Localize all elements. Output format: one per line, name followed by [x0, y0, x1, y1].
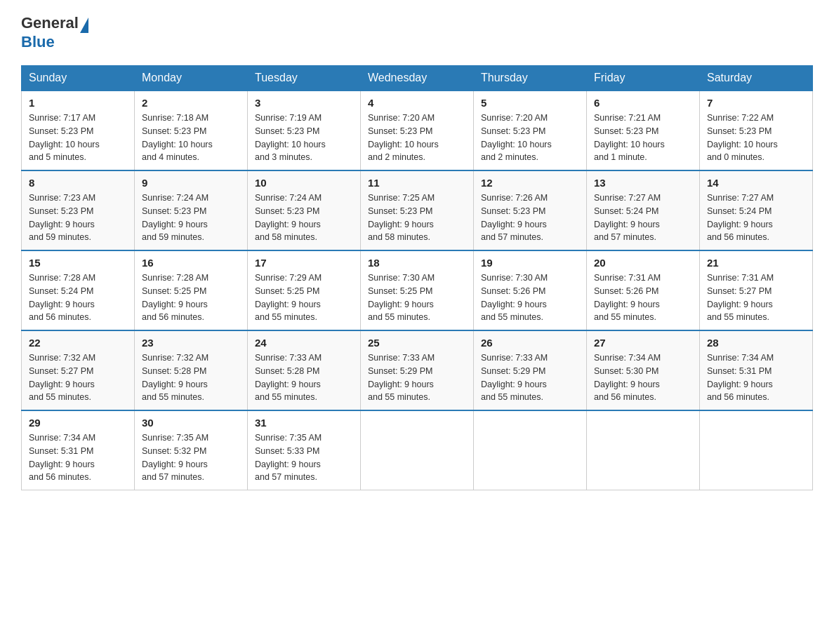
- calendar-cell: 2Sunrise: 7:18 AMSunset: 5:23 PMDaylight…: [135, 90, 248, 170]
- day-info: Sunrise: 7:19 AMSunset: 5:23 PMDaylight:…: [255, 113, 326, 162]
- day-number: 7: [707, 97, 805, 109]
- day-number: 19: [481, 257, 579, 269]
- calendar-cell: 28Sunrise: 7:34 AMSunset: 5:31 PMDayligh…: [700, 330, 813, 410]
- logo-text-general: General: [21, 14, 79, 32]
- calendar-cell: 30Sunrise: 7:35 AMSunset: 5:32 PMDayligh…: [135, 410, 248, 490]
- logo: General Blue: [21, 14, 88, 51]
- day-info: Sunrise: 7:27 AMSunset: 5:24 PMDaylight:…: [594, 193, 661, 242]
- day-info: Sunrise: 7:23 AMSunset: 5:23 PMDaylight:…: [29, 193, 95, 242]
- day-number: 26: [481, 337, 579, 349]
- day-info: Sunrise: 7:30 AMSunset: 5:26 PMDaylight:…: [481, 273, 548, 322]
- day-info: Sunrise: 7:20 AMSunset: 5:23 PMDaylight:…: [368, 113, 439, 162]
- day-info: Sunrise: 7:35 AMSunset: 5:33 PMDaylight:…: [255, 433, 322, 482]
- calendar-cell: 27Sunrise: 7:34 AMSunset: 5:30 PMDayligh…: [587, 330, 700, 410]
- calendar-table: SundayMondayTuesdayWednesdayThursdayFrid…: [21, 65, 813, 490]
- day-info: Sunrise: 7:18 AMSunset: 5:23 PMDaylight:…: [142, 113, 213, 162]
- calendar-cell: [587, 410, 700, 490]
- calendar-cell: [474, 410, 587, 490]
- day-number: 20: [594, 257, 692, 269]
- week-row-3: 15Sunrise: 7:28 AMSunset: 5:24 PMDayligh…: [22, 250, 813, 330]
- calendar-cell: 14Sunrise: 7:27 AMSunset: 5:24 PMDayligh…: [700, 170, 813, 250]
- day-header-saturday: Saturday: [700, 66, 813, 91]
- calendar-cell: 11Sunrise: 7:25 AMSunset: 5:23 PMDayligh…: [361, 170, 474, 250]
- day-info: Sunrise: 7:33 AMSunset: 5:29 PMDaylight:…: [481, 353, 548, 402]
- calendar-cell: 25Sunrise: 7:33 AMSunset: 5:29 PMDayligh…: [361, 330, 474, 410]
- day-info: Sunrise: 7:24 AMSunset: 5:23 PMDaylight:…: [142, 193, 208, 242]
- logo-triangle-icon: [80, 18, 88, 33]
- day-number: 13: [594, 177, 692, 189]
- day-number: 8: [29, 177, 127, 189]
- week-row-2: 8Sunrise: 7:23 AMSunset: 5:23 PMDaylight…: [22, 170, 813, 250]
- calendar-cell: 19Sunrise: 7:30 AMSunset: 5:26 PMDayligh…: [474, 250, 587, 330]
- day-info: Sunrise: 7:24 AMSunset: 5:23 PMDaylight:…: [255, 193, 322, 242]
- calendar-cell: 20Sunrise: 7:31 AMSunset: 5:26 PMDayligh…: [587, 250, 700, 330]
- day-number: 4: [368, 97, 466, 109]
- day-number: 21: [707, 257, 805, 269]
- day-info: Sunrise: 7:27 AMSunset: 5:24 PMDaylight:…: [707, 193, 774, 242]
- calendar-cell: 6Sunrise: 7:21 AMSunset: 5:23 PMDaylight…: [587, 90, 700, 170]
- day-number: 5: [481, 97, 579, 109]
- calendar-cell: 26Sunrise: 7:33 AMSunset: 5:29 PMDayligh…: [474, 330, 587, 410]
- day-number: 9: [142, 177, 240, 189]
- day-info: Sunrise: 7:21 AMSunset: 5:23 PMDaylight:…: [594, 113, 665, 162]
- calendar-cell: 12Sunrise: 7:26 AMSunset: 5:23 PMDayligh…: [474, 170, 587, 250]
- day-info: Sunrise: 7:34 AMSunset: 5:30 PMDaylight:…: [594, 353, 661, 402]
- day-info: Sunrise: 7:32 AMSunset: 5:28 PMDaylight:…: [142, 353, 208, 402]
- calendar-cell: 1Sunrise: 7:17 AMSunset: 5:23 PMDaylight…: [22, 90, 135, 170]
- day-number: 23: [142, 337, 240, 349]
- calendar-cell: 17Sunrise: 7:29 AMSunset: 5:25 PMDayligh…: [248, 250, 361, 330]
- day-number: 12: [481, 177, 579, 189]
- day-number: 15: [29, 257, 127, 269]
- calendar-cell: [361, 410, 474, 490]
- day-number: 31: [255, 417, 353, 429]
- day-info: Sunrise: 7:28 AMSunset: 5:25 PMDaylight:…: [142, 273, 208, 322]
- calendar-cell: 5Sunrise: 7:20 AMSunset: 5:23 PMDaylight…: [474, 90, 587, 170]
- day-number: 17: [255, 257, 353, 269]
- day-info: Sunrise: 7:33 AMSunset: 5:28 PMDaylight:…: [255, 353, 322, 402]
- day-number: 3: [255, 97, 353, 109]
- calendar-cell: 21Sunrise: 7:31 AMSunset: 5:27 PMDayligh…: [700, 250, 813, 330]
- day-number: 30: [142, 417, 240, 429]
- day-info: Sunrise: 7:17 AMSunset: 5:23 PMDaylight:…: [29, 113, 100, 162]
- day-number: 11: [368, 177, 466, 189]
- week-row-5: 29Sunrise: 7:34 AMSunset: 5:31 PMDayligh…: [22, 410, 813, 490]
- day-number: 22: [29, 337, 127, 349]
- day-info: Sunrise: 7:30 AMSunset: 5:25 PMDaylight:…: [368, 273, 435, 322]
- day-number: 10: [255, 177, 353, 189]
- day-header-wednesday: Wednesday: [361, 66, 474, 91]
- day-number: 14: [707, 177, 805, 189]
- calendar-cell: 18Sunrise: 7:30 AMSunset: 5:25 PMDayligh…: [361, 250, 474, 330]
- day-header-sunday: Sunday: [22, 66, 135, 91]
- day-number: 18: [368, 257, 466, 269]
- calendar-cell: 22Sunrise: 7:32 AMSunset: 5:27 PMDayligh…: [22, 330, 135, 410]
- day-number: 16: [142, 257, 240, 269]
- day-info: Sunrise: 7:28 AMSunset: 5:24 PMDaylight:…: [29, 273, 95, 322]
- day-info: Sunrise: 7:31 AMSunset: 5:26 PMDaylight:…: [594, 273, 661, 322]
- day-info: Sunrise: 7:31 AMSunset: 5:27 PMDaylight:…: [707, 273, 774, 322]
- calendar-cell: 16Sunrise: 7:28 AMSunset: 5:25 PMDayligh…: [135, 250, 248, 330]
- calendar-cell: 4Sunrise: 7:20 AMSunset: 5:23 PMDaylight…: [361, 90, 474, 170]
- calendar-cell: 10Sunrise: 7:24 AMSunset: 5:23 PMDayligh…: [248, 170, 361, 250]
- calendar-cell: 15Sunrise: 7:28 AMSunset: 5:24 PMDayligh…: [22, 250, 135, 330]
- calendar-cell: 29Sunrise: 7:34 AMSunset: 5:31 PMDayligh…: [22, 410, 135, 490]
- day-header-monday: Monday: [135, 66, 248, 91]
- week-row-4: 22Sunrise: 7:32 AMSunset: 5:27 PMDayligh…: [22, 330, 813, 410]
- day-number: 2: [142, 97, 240, 109]
- calendar-cell: 13Sunrise: 7:27 AMSunset: 5:24 PMDayligh…: [587, 170, 700, 250]
- day-info: Sunrise: 7:25 AMSunset: 5:23 PMDaylight:…: [368, 193, 435, 242]
- calendar-cell: 9Sunrise: 7:24 AMSunset: 5:23 PMDaylight…: [135, 170, 248, 250]
- day-header-tuesday: Tuesday: [248, 66, 361, 91]
- day-info: Sunrise: 7:35 AMSunset: 5:32 PMDaylight:…: [142, 433, 208, 482]
- day-number: 27: [594, 337, 692, 349]
- calendar-cell: 3Sunrise: 7:19 AMSunset: 5:23 PMDaylight…: [248, 90, 361, 170]
- calendar-cell: 8Sunrise: 7:23 AMSunset: 5:23 PMDaylight…: [22, 170, 135, 250]
- day-number: 6: [594, 97, 692, 109]
- calendar-cell: [700, 410, 813, 490]
- day-headers-row: SundayMondayTuesdayWednesdayThursdayFrid…: [22, 66, 813, 91]
- calendar-cell: 24Sunrise: 7:33 AMSunset: 5:28 PMDayligh…: [248, 330, 361, 410]
- day-number: 25: [368, 337, 466, 349]
- day-info: Sunrise: 7:20 AMSunset: 5:23 PMDaylight:…: [481, 113, 552, 162]
- page-header: General Blue: [21, 14, 813, 51]
- week-row-1: 1Sunrise: 7:17 AMSunset: 5:23 PMDaylight…: [22, 90, 813, 170]
- day-number: 28: [707, 337, 805, 349]
